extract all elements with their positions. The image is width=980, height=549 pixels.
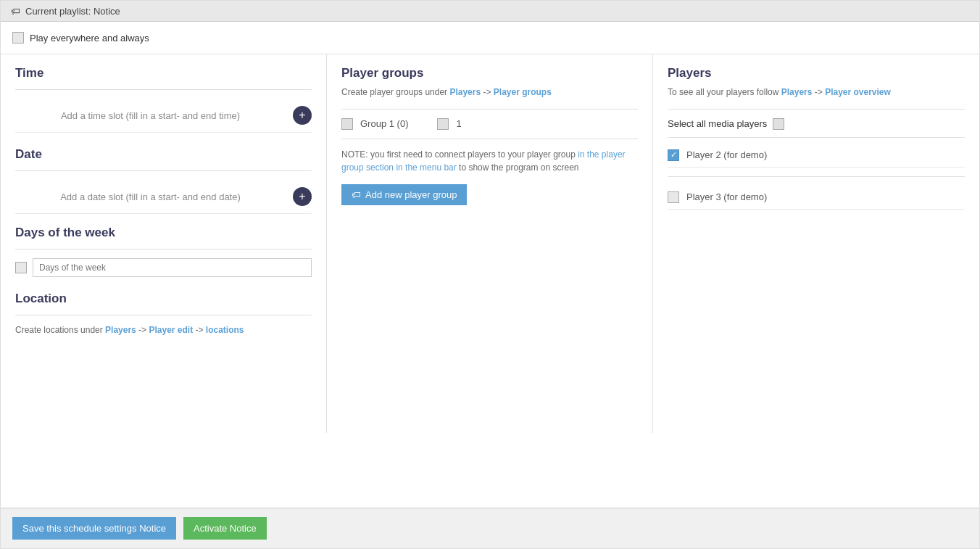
select-all-label: Select all media players bbox=[668, 118, 767, 129]
group-1-label: 1 bbox=[456, 118, 461, 129]
players-link[interactable]: Players bbox=[781, 87, 813, 97]
top-bar-title: Current playlist: Notice bbox=[25, 6, 120, 17]
players-title: Players bbox=[668, 66, 965, 81]
player-group-row-0: Group 1 (0) 1 bbox=[341, 118, 638, 130]
location-sep1: -> bbox=[136, 325, 149, 335]
play-everywhere-checkbox[interactable] bbox=[12, 32, 24, 44]
date-slot-row: Add a date slot (fill in a start- and en… bbox=[15, 180, 312, 214]
activate-button[interactable]: Activate Notice bbox=[183, 517, 267, 540]
days-row bbox=[15, 258, 312, 277]
pg-sep1: -> bbox=[481, 87, 494, 97]
add-group-label: Add new player group bbox=[365, 189, 457, 200]
player-1-label: Player 3 (for demo) bbox=[686, 191, 767, 202]
save-button[interactable]: Save this schedule settings Notice bbox=[12, 517, 176, 540]
location-description: Create locations under Players -> Player… bbox=[15, 324, 312, 337]
player-row-0: ✓ Player 2 (for demo) bbox=[668, 144, 965, 168]
time-title: Time bbox=[15, 66, 312, 81]
date-title: Date bbox=[15, 147, 312, 162]
time-section: Time Add a time slot (fill in a start- a… bbox=[15, 66, 312, 133]
date-section: Date Add a date slot (fill in a start- a… bbox=[15, 147, 312, 214]
location-edit-link[interactable]: Player edit bbox=[149, 325, 193, 335]
player-1-checkbox[interactable] bbox=[668, 191, 679, 203]
group-0-label: Group 1 (0) bbox=[360, 118, 408, 129]
main-content: Time Add a time slot (fill in a start- a… bbox=[1, 54, 979, 433]
location-title: Location bbox=[15, 292, 312, 306]
top-bar: 🏷 Current playlist: Notice bbox=[1, 1, 979, 22]
add-date-slot-button[interactable]: + bbox=[293, 187, 312, 206]
add-player-group-button[interactable]: 🏷 Add new player group bbox=[341, 184, 467, 205]
col-playergroups: Player groups Create player groups under… bbox=[327, 54, 653, 433]
days-title: Days of the week bbox=[15, 226, 312, 240]
play-everywhere-row: Play everywhere and always bbox=[1, 22, 979, 54]
play-everywhere-label: Play everywhere and always bbox=[30, 33, 149, 44]
days-section: Days of the week bbox=[15, 226, 312, 277]
select-all-row: Select all media players bbox=[668, 118, 965, 138]
add-group-icon: 🏷 bbox=[352, 189, 361, 200]
days-checkbox[interactable] bbox=[15, 262, 27, 273]
player-row-1: Player 3 (for demo) bbox=[668, 186, 965, 210]
date-slot-label: Add a date slot (fill in a start- and en… bbox=[15, 191, 286, 202]
pg-groups-link[interactable]: Player groups bbox=[494, 87, 552, 97]
group-0-checkbox[interactable] bbox=[341, 118, 353, 130]
footer: Save this schedule settings Notice Activ… bbox=[1, 508, 979, 548]
pg-desc-plain: Create player groups under bbox=[341, 87, 449, 97]
add-time-slot-button[interactable]: + bbox=[293, 106, 312, 125]
player-0-label: Player 2 (for demo) bbox=[686, 149, 767, 160]
time-slot-label: Add a time slot (fill in a start- and en… bbox=[15, 110, 286, 121]
pg-players-link[interactable]: Players bbox=[449, 87, 481, 97]
days-input[interactable] bbox=[33, 258, 312, 277]
players-desc-plain: To see all your players follow bbox=[668, 87, 781, 97]
col-players: Players To see all your players follow P… bbox=[653, 54, 979, 433]
players-sep1: -> bbox=[812, 87, 825, 97]
tag-icon: 🏷 bbox=[9, 5, 21, 17]
player-groups-title: Player groups bbox=[341, 66, 638, 81]
location-players-link[interactable]: Players bbox=[105, 325, 136, 335]
select-all-checkbox[interactable] bbox=[773, 118, 784, 130]
group-1-checkbox[interactable] bbox=[437, 118, 449, 130]
players-desc: To see all your players follow Players -… bbox=[668, 86, 965, 99]
player-0-checkbox[interactable]: ✓ bbox=[668, 149, 679, 161]
location-section: Location Create locations under Players … bbox=[15, 292, 312, 337]
col-time: Time Add a time slot (fill in a start- a… bbox=[1, 54, 327, 433]
location-sep2: -> bbox=[193, 325, 206, 335]
spacer bbox=[1, 433, 979, 508]
time-slot-row: Add a time slot (fill in a start- and en… bbox=[15, 99, 312, 133]
location-desc-plain: Create locations under bbox=[15, 325, 105, 335]
location-locations-link[interactable]: locations bbox=[206, 325, 244, 335]
page-wrapper: 🏷 Current playlist: Notice Play everywhe… bbox=[0, 0, 980, 549]
player-groups-desc: Create player groups under Players -> Pl… bbox=[341, 86, 638, 99]
player-overview-link[interactable]: Player overview bbox=[825, 87, 891, 97]
player-group-note: NOTE: you first need to connect players … bbox=[341, 148, 638, 174]
